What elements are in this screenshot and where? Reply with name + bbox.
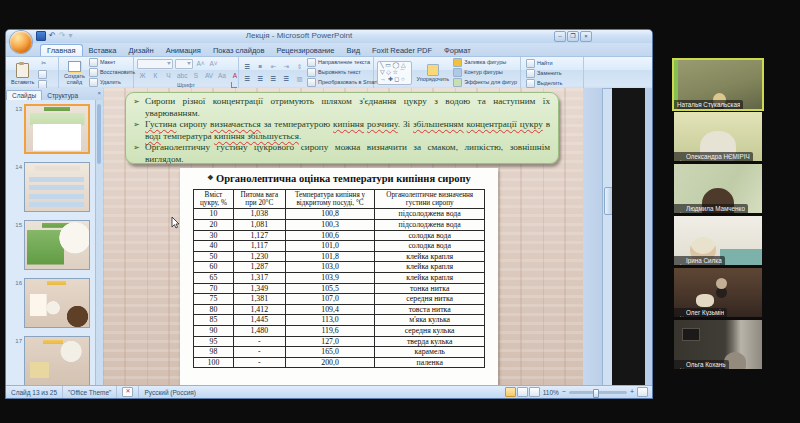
smartart-icon <box>307 78 316 87</box>
align-text-icon <box>307 68 316 77</box>
table-cell: 100 <box>194 357 234 368</box>
ribbon-tab[interactable]: Показ слайдов <box>207 45 271 56</box>
paragraph-group: ☰ ≡ ⇤ ⇥ ⇕ ☰ ☰ ☰ ☰ ▥ Направление <box>239 57 374 89</box>
table-cell: середня кулька <box>375 325 485 336</box>
line-spacing-icon[interactable]: ⇕ <box>294 61 305 72</box>
shape-outline-button[interactable]: Контур фигуры <box>453 68 517 77</box>
shape-effects-button[interactable]: Эффекты для фигур <box>453 78 517 87</box>
reset-button[interactable]: Восстановить <box>89 68 135 77</box>
fit-to-window-icon[interactable] <box>637 387 648 397</box>
reset-icon <box>89 68 98 77</box>
table-cell: клейка крапля <box>375 272 485 283</box>
zoom-slider[interactable] <box>569 391 627 394</box>
increase-indent-icon[interactable]: ⇥ <box>281 61 292 72</box>
shape-fill-button[interactable]: Заливка фигуры <box>453 58 517 67</box>
participant-tile[interactable]: Людмила Мамченко <box>674 164 762 213</box>
table-cell: 105,5 <box>285 283 375 294</box>
zoom-in-icon[interactable]: + <box>630 388 634 396</box>
panel-scrollbar[interactable] <box>95 100 103 386</box>
spellcheck-status[interactable] <box>117 386 139 398</box>
slide-editing-area[interactable]: ➢ Сиропи різної концентрації отримують ш… <box>103 88 583 386</box>
normal-view-icon[interactable] <box>505 387 516 397</box>
arrange-icon <box>427 64 439 76</box>
paste-button[interactable]: Вставить <box>9 63 36 85</box>
bullet-text-segment: температура <box>161 131 214 141</box>
find-button[interactable]: Найти <box>526 59 562 68</box>
slide-thumbnail[interactable]: 14 <box>24 162 90 212</box>
panel-close-icon[interactable]: × <box>97 90 101 96</box>
slideshow-icon[interactable] <box>529 387 540 397</box>
slide-canvas[interactable]: ➢ Сиропи різної концентрації отримують ш… <box>103 88 583 386</box>
ribbon-tab[interactable]: Анимация <box>160 45 207 56</box>
columns-icon[interactable]: ▥ <box>294 73 305 84</box>
participant-tile[interactable]: Ольга Кохань <box>674 320 762 369</box>
zoom-out-icon[interactable]: − <box>562 388 566 396</box>
font-name-combobox[interactable] <box>137 59 173 69</box>
ribbon-tab[interactable]: Формат <box>438 45 477 56</box>
new-slide-button[interactable]: Создать слайд <box>62 61 87 85</box>
character-spacing-button[interactable]: AV <box>203 70 214 81</box>
cut-icon[interactable]: ✂ <box>38 58 49 69</box>
bold-button[interactable]: Ж <box>137 70 148 81</box>
align-center-icon[interactable]: ☰ <box>255 73 266 84</box>
slide-sorter-icon[interactable] <box>517 387 528 397</box>
slide-thumbnail[interactable]: 16 <box>24 278 90 328</box>
table-title: ❖ Органолептична оцінка температури кипі… <box>180 171 498 186</box>
shrink-font-icon[interactable]: A˅ <box>208 58 219 69</box>
shapes-gallery[interactable]: ╲ ▭ ◯ △ ▽ ◇ ☆ ⌒ → ✚ ◻ ○ <box>377 61 412 85</box>
slide-table-box[interactable]: ❖ Органолептична оцінка температури кипі… <box>180 168 498 386</box>
office-button-icon[interactable] <box>10 31 32 53</box>
change-case-button[interactable]: Aa <box>216 70 227 81</box>
slide-text-box[interactable]: ➢ Сиропи різної концентрації отримують ш… <box>125 92 559 164</box>
text-shadow-button[interactable]: S <box>190 70 201 81</box>
ribbon-tab[interactable]: Рецензирование <box>271 45 341 56</box>
panel-tab[interactable]: Слайды <box>6 90 42 100</box>
restore-button[interactable]: ❐ <box>567 31 579 42</box>
ribbon-tab[interactable]: Вставка <box>83 45 123 56</box>
copy-icon[interactable] <box>38 70 47 79</box>
paste-label: Вставить <box>11 79 34 85</box>
minimize-button[interactable]: – <box>554 31 566 42</box>
close-button[interactable]: × <box>580 31 592 42</box>
shapes-row: → ✚ ◻ ○ <box>380 76 409 83</box>
align-right-icon[interactable]: ☰ <box>268 73 279 84</box>
justify-icon[interactable]: ☰ <box>281 73 292 84</box>
strikethrough-button[interactable]: abc <box>176 70 188 81</box>
ribbon-tab[interactable]: Главная <box>40 44 83 56</box>
new-slide-icon <box>68 61 81 72</box>
arrange-button[interactable]: Упорядочить <box>414 64 451 82</box>
underline-button[interactable]: Ч <box>163 70 174 81</box>
delete-slide-button[interactable]: Удалить <box>89 78 135 87</box>
bullet-arrow-icon: ➢ <box>133 142 140 154</box>
bullets-icon[interactable]: ☰ <box>242 61 253 72</box>
bullet-text-segment: . Зі <box>398 119 413 129</box>
slide-thumbnail[interactable]: 15 <box>24 220 90 270</box>
select-button[interactable]: Выделить <box>526 79 562 88</box>
participant-tile[interactable]: Ірина Силка <box>674 216 762 265</box>
theme-name[interactable]: "Office Theme" <box>63 386 117 398</box>
slide-thumbnail[interactable]: 13 <box>24 104 90 154</box>
ribbon-tab[interactable]: Foxit Reader PDF <box>366 45 438 56</box>
language-indicator[interactable]: Русский (Россия) <box>139 386 201 398</box>
numbering-icon[interactable]: ≡ <box>255 61 266 72</box>
participant-tile[interactable]: Олександра НЄМІРІЧ <box>674 112 762 161</box>
font-size-combobox[interactable] <box>175 59 193 69</box>
layout-button[interactable]: Макет <box>89 58 135 67</box>
ribbon-tab[interactable]: Дизайн <box>122 45 159 56</box>
slide-thumbnail[interactable]: 17 <box>24 336 90 386</box>
ribbon-tab[interactable]: Вид <box>340 45 366 56</box>
align-left-icon[interactable]: ☰ <box>242 73 253 84</box>
title-bar[interactable]: ↶ ↷ ▾ Лекція - Microsoft PowerPoint – ❐ … <box>6 30 652 43</box>
replace-button[interactable]: Заменить <box>526 69 562 78</box>
zoom-slider-thumb[interactable] <box>593 389 599 398</box>
participant-tile[interactable]: Олег Кузьмін <box>674 268 762 317</box>
grow-font-icon[interactable]: A˄ <box>195 58 206 69</box>
paste-icon <box>16 63 29 78</box>
participant-tile[interactable]: Наталья Стукальская <box>674 60 762 109</box>
italic-button[interactable]: К <box>150 70 161 81</box>
slide-thumbnail-preview <box>24 162 90 212</box>
decrease-indent-icon[interactable]: ⇤ <box>268 61 279 72</box>
table-cell: 1,381 <box>233 294 285 305</box>
panel-tab[interactable]: Структура <box>42 91 83 100</box>
table-row: 100 - 200,0 паленка <box>194 357 485 368</box>
